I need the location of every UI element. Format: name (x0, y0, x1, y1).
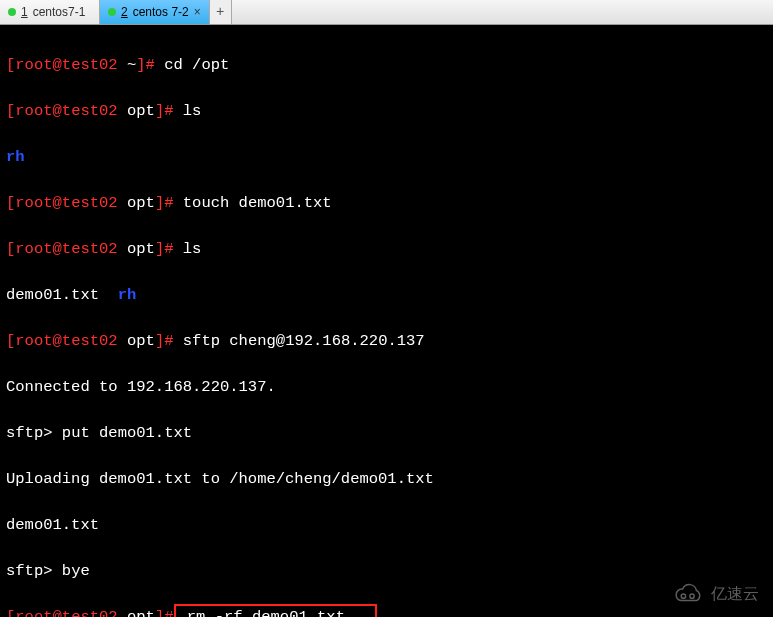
sftp-line: sftp> bye (6, 560, 767, 583)
tab-centos7-2[interactable]: 2 centos 7-2 × (100, 0, 210, 24)
output-line: demo01.txt (6, 514, 767, 537)
prompt-line: [root@test02 opt]# ls (6, 100, 767, 123)
prompt-line: [root@test02 opt]# ls (6, 238, 767, 261)
status-dot-icon (108, 8, 116, 16)
highlight-box: rm -rf demo01.txt (174, 604, 377, 617)
output-line: Uploading demo01.txt to /home/cheng/demo… (6, 468, 767, 491)
sftp-line: sftp> put demo01.txt (6, 422, 767, 445)
watermark: 亿速云 (669, 582, 759, 605)
tab-bar: 1 centos7-1 2 centos 7-2 × + (0, 0, 773, 25)
svg-point-0 (681, 594, 685, 598)
tab-num: 1 (21, 5, 28, 19)
tab-num: 2 (121, 5, 128, 19)
tab-centos7-1[interactable]: 1 centos7-1 (0, 0, 100, 24)
tab-label: centos 7-2 (133, 5, 189, 19)
prompt-line: [root@test02 ~]# cd /opt (6, 54, 767, 77)
terminal-pane[interactable]: [root@test02 ~]# cd /opt [root@test02 op… (0, 25, 773, 617)
tab-label: centos7-1 (33, 5, 86, 19)
add-tab-button[interactable]: + (210, 0, 232, 24)
status-dot-icon (8, 8, 16, 16)
output-line: Connected to 192.168.220.137. (6, 376, 767, 399)
output-line: demo01.txt rh (6, 284, 767, 307)
close-icon[interactable]: × (194, 5, 201, 19)
cloud-icon (669, 583, 705, 605)
watermark-text: 亿速云 (711, 582, 759, 605)
svg-point-1 (690, 594, 694, 598)
prompt-line: [root@test02 opt]# touch demo01.txt (6, 192, 767, 215)
prompt-line: [root@test02 opt]# rm -rf demo01.txt (6, 606, 767, 617)
prompt-line: [root@test02 opt]# sftp cheng@192.168.22… (6, 330, 767, 353)
output-line: rh (6, 146, 767, 169)
